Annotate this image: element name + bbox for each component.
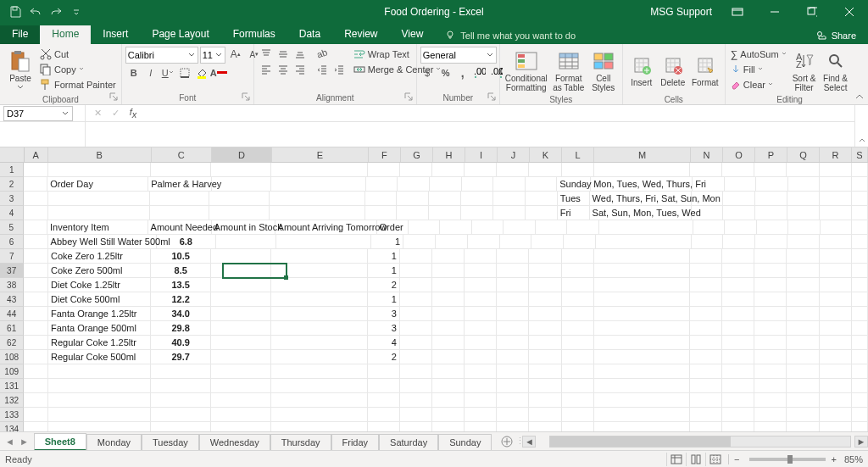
col-header[interactable]: N (691, 147, 723, 162)
cell[interactable] (432, 264, 465, 278)
cell-styles-button[interactable]: Cell Styles (588, 47, 619, 94)
fx-icon[interactable]: fx (125, 106, 142, 121)
font-name-combo[interactable]: Calibri (125, 47, 198, 64)
cell[interactable] (594, 321, 691, 336)
cell[interactable] (562, 163, 594, 177)
col-header[interactable]: P (755, 147, 787, 162)
cell[interactable] (820, 278, 852, 292)
cell[interactable] (465, 350, 497, 364)
cell[interactable] (151, 408, 211, 422)
cell[interactable] (211, 264, 271, 278)
cell[interactable] (536, 220, 567, 235)
sheet-tab[interactable]: Saturday (379, 434, 438, 450)
cell[interactable] (24, 163, 48, 177)
cell[interactable] (754, 163, 787, 177)
cell[interactable] (725, 220, 756, 235)
cell[interactable]: 34.0 (151, 307, 211, 321)
cell[interactable] (24, 264, 48, 278)
align-top-icon[interactable] (258, 47, 275, 62)
format-as-table-button[interactable]: Format as Table (550, 47, 587, 94)
cell[interactable] (462, 177, 494, 192)
cell[interactable] (755, 206, 787, 220)
cell[interactable] (497, 364, 529, 379)
formula-bar[interactable] (145, 105, 854, 122)
cell[interactable] (497, 408, 529, 422)
cell[interactable] (400, 264, 432, 278)
insert-cells-button[interactable]: Insert (626, 47, 657, 94)
cell[interactable] (529, 408, 561, 422)
tab-insert[interactable]: Insert (91, 25, 140, 44)
cell[interactable] (24, 249, 48, 264)
cell[interactable] (497, 422, 529, 431)
cell[interactable] (788, 220, 820, 235)
cell[interactable] (529, 163, 561, 177)
cell[interactable] (432, 321, 465, 336)
cell[interactable] (529, 307, 561, 321)
cell[interactable]: Abbey Well Still Water 500ml (48, 235, 157, 249)
enter-formula-icon[interactable]: ✓ (107, 106, 124, 121)
cell[interactable]: Coke Zero 1.25ltr (48, 249, 151, 264)
cell[interactable] (852, 336, 868, 350)
cell[interactable] (787, 393, 819, 408)
cell[interactable] (754, 249, 787, 264)
cell[interactable] (722, 422, 754, 431)
cell[interactable] (690, 422, 722, 431)
align-middle-icon[interactable] (275, 47, 292, 62)
close-button[interactable] (831, 0, 868, 24)
cell[interactable] (212, 177, 271, 192)
number-format-combo[interactable]: General (420, 47, 497, 64)
cell[interactable] (151, 163, 211, 177)
cell[interactable] (497, 350, 529, 364)
col-header[interactable]: I (465, 147, 498, 162)
bold-button[interactable]: B (125, 65, 142, 81)
cell[interactable] (531, 235, 564, 249)
hscroll-right-icon[interactable]: ► (854, 436, 868, 448)
cell[interactable] (429, 192, 461, 206)
cell[interactable] (852, 393, 868, 408)
cell[interactable] (24, 321, 48, 336)
cell[interactable] (24, 408, 48, 422)
col-header[interactable]: L (562, 147, 594, 162)
cell[interactable] (562, 379, 594, 393)
cell[interactable] (754, 379, 787, 393)
page-layout-view-icon[interactable] (686, 453, 704, 466)
cell[interactable]: 1 (371, 235, 403, 249)
collapse-formula-bar-icon[interactable] (854, 105, 868, 147)
row-header[interactable]: 61 (0, 321, 24, 336)
cell[interactable] (754, 350, 787, 364)
cell[interactable] (722, 364, 754, 379)
cell[interactable] (690, 278, 722, 292)
cell[interactable]: 4 (368, 336, 400, 350)
cell[interactable] (403, 235, 436, 249)
cell[interactable] (504, 220, 535, 235)
cell[interactable] (820, 192, 852, 206)
share-button[interactable]: Share (804, 31, 868, 44)
row-header[interactable]: 4 (0, 206, 24, 220)
cell[interactable] (365, 206, 398, 220)
row-header[interactable]: 7 (0, 249, 24, 264)
cell[interactable] (24, 220, 47, 235)
cell[interactable] (271, 393, 368, 408)
cell[interactable] (594, 336, 691, 350)
cell[interactable] (723, 206, 755, 220)
cell[interactable] (400, 350, 432, 364)
cell[interactable]: 40.9 (151, 336, 211, 350)
cell[interactable] (820, 393, 852, 408)
cell[interactable] (594, 278, 691, 292)
copy-button[interactable]: Copy (38, 62, 118, 77)
clear-button[interactable]: Clear (729, 77, 788, 92)
cell[interactable] (722, 249, 754, 264)
row-header[interactable]: 2 (0, 177, 24, 192)
cell[interactable] (465, 278, 497, 292)
new-sheet-button[interactable] (498, 436, 515, 448)
cell[interactable] (465, 393, 497, 408)
cell[interactable] (151, 364, 211, 379)
cell[interactable] (400, 321, 432, 336)
cell[interactable] (690, 163, 722, 177)
cell[interactable] (754, 364, 787, 379)
cell[interactable] (852, 192, 868, 206)
cell[interactable] (150, 206, 210, 220)
cell[interactable] (271, 379, 368, 393)
cell[interactable] (596, 235, 692, 249)
col-header[interactable]: Q (787, 147, 820, 162)
